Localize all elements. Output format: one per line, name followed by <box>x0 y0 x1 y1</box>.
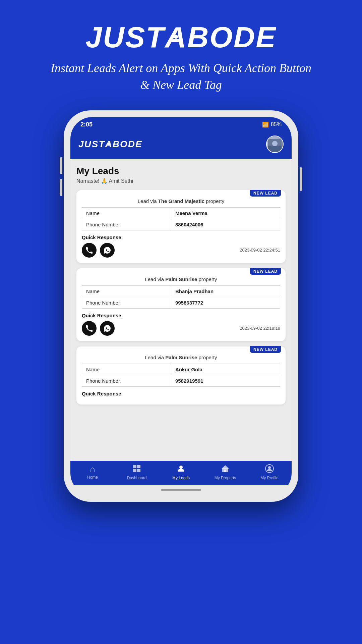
phone-notch <box>154 117 208 128</box>
nav-myprofile-label: My Profile <box>260 476 278 480</box>
svg-rect-5 <box>133 469 136 472</box>
nav-myprofile[interactable]: My Profile <box>256 464 283 480</box>
nav-dashboard-label: Dashboard <box>127 476 147 480</box>
quick-response-label-0: Quick Response: <box>82 234 280 240</box>
whatsapp-button-1[interactable] <box>100 321 115 336</box>
nav-myleads[interactable]: My Leads <box>168 464 194 480</box>
new-lead-badge-1: NEW LEAD <box>250 268 281 275</box>
new-lead-badge-0: NEW LEAD <box>250 190 281 197</box>
myleads-icon <box>177 464 185 474</box>
nav-myleads-label: My Leads <box>172 476 190 480</box>
lead-card-2: NEW LEAD Lead via Palm Sunrise property … <box>76 346 286 405</box>
quick-btns-0 <box>82 243 115 258</box>
battery-icon: 85% <box>271 121 282 127</box>
phone-label-2: Phone Number <box>82 375 171 386</box>
lead-via-1: Lead via Palm Sunrise property <box>82 274 280 282</box>
nav-myproperty-label: My Property <box>215 476 236 480</box>
lead-card-0: NEW LEAD Lead via The Grand Majestic pro… <box>76 190 286 263</box>
avatar[interactable] <box>266 136 284 153</box>
call-button-0[interactable] <box>82 243 97 258</box>
screen-content: My Leads Namaste! 🙏 Amit Sethi NEW LEAD … <box>70 159 292 461</box>
whatsapp-button-0[interactable] <box>100 243 115 258</box>
home-icon: ⌂ <box>90 465 95 474</box>
name-value-2: Ankur Gola <box>171 364 280 375</box>
quick-response-label-2: Quick Response: <box>82 391 280 396</box>
svg-rect-10 <box>224 470 226 472</box>
quick-actions-row-1: 2023-09-02 22:18:18 <box>82 321 280 336</box>
nav-home-label: Home <box>87 475 98 480</box>
svg-point-12 <box>268 466 271 469</box>
call-button-1[interactable] <box>82 321 97 336</box>
greeting: Namaste! 🙏 Amit Sethi <box>76 178 286 184</box>
svg-rect-1 <box>268 146 282 152</box>
svg-rect-6 <box>137 469 140 472</box>
name-value-0: Meena Verma <box>171 207 280 219</box>
phone-value-2: 9582919591 <box>171 375 280 386</box>
nav-myproperty[interactable]: My Property <box>212 464 239 480</box>
name-label-0: Name <box>82 207 171 219</box>
phone-value-1: 9958637772 <box>171 297 280 308</box>
brand-logo: JUSTABODE <box>85 20 277 54</box>
nav-dashboard[interactable]: Dashboard <box>123 464 150 480</box>
name-label-2: Name <box>82 364 171 375</box>
timestamp-0: 2023-09-02 22:24:51 <box>240 248 280 253</box>
status-icons: 📶 85% <box>262 121 282 128</box>
leads-container: NEW LEAD Lead via The Grand Majestic pro… <box>76 190 286 405</box>
lead-via-0: Lead via The Grand Majestic property <box>82 196 280 204</box>
svg-rect-3 <box>133 465 136 468</box>
phone-value-0: 8860424006 <box>171 219 280 230</box>
phone-mockup: 2:05 📶 85% JUSTABODE <box>64 110 298 502</box>
timestamp-1: 2023-09-02 22:18:18 <box>240 326 280 331</box>
home-indicator <box>161 489 201 491</box>
svg-point-2 <box>272 141 278 146</box>
quick-actions-row-0: 2023-09-02 22:24:51 <box>82 243 280 258</box>
tagline: Instant Leads Alert on Apps With Quick A… <box>47 60 315 94</box>
phone-label-0: Phone Number <box>82 219 171 230</box>
nav-home[interactable]: ⌂ Home <box>79 465 106 480</box>
bottom-nav: ⌂ Home Dashboard <box>70 461 292 485</box>
lead-via-2: Lead via Palm Sunrise property <box>82 353 280 360</box>
myprofile-icon <box>265 464 274 474</box>
svg-marker-9 <box>222 465 229 469</box>
new-lead-badge-2: NEW LEAD <box>250 346 281 353</box>
dashboard-icon <box>132 464 141 474</box>
phone-label-1: Phone Number <box>82 297 171 308</box>
signal-icon: 📶 <box>262 121 269 128</box>
phone-bottom-bar <box>70 485 292 495</box>
status-time: 2:05 <box>80 121 93 128</box>
lead-table-0: Name Meena Verma Phone Number 8860424006 <box>82 207 280 230</box>
svg-point-7 <box>179 466 183 469</box>
lead-table-1: Name Bhanja Pradhan Phone Number 9958637… <box>82 285 280 309</box>
quick-response-label-1: Quick Response: <box>82 313 280 318</box>
name-value-1: Bhanja Pradhan <box>171 285 280 297</box>
page-title: My Leads <box>76 166 286 176</box>
quick-btns-1 <box>82 321 115 336</box>
app-header: JUSTABODE <box>70 131 292 159</box>
svg-rect-4 <box>137 465 140 468</box>
app-header-logo: JUSTABODE <box>78 139 142 150</box>
lead-card-1: NEW LEAD Lead via Palm Sunrise property … <box>76 268 286 341</box>
lead-table-2: Name Ankur Gola Phone Number 9582919591 <box>82 364 280 387</box>
myproperty-icon <box>221 464 230 474</box>
name-label-1: Name <box>82 285 171 297</box>
